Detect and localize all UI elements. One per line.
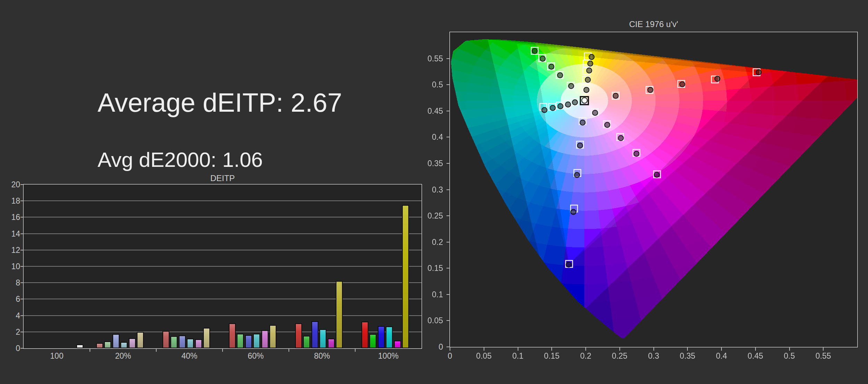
cie-x-tick-label: 0.4 (706, 351, 737, 361)
deitp-bar-magenta (394, 341, 401, 348)
cie-x-tick (653, 348, 654, 351)
deitp-chart-title: DEITP (24, 173, 422, 183)
cie-x-tick-label: 0.5 (774, 351, 805, 361)
deitp-bar-blue (112, 334, 119, 348)
deitp-bar-blue (245, 335, 252, 348)
deitp-bar-red (229, 323, 236, 348)
cie-y-tick (446, 111, 449, 111)
deitp-bar-green (237, 334, 244, 348)
cie-y-tick-label: 0.3 (408, 185, 443, 195)
cie-x-tick (619, 348, 620, 351)
deitp-y-tick-label: 6 (3, 294, 20, 304)
cie-y-tick (446, 137, 449, 137)
deitp-x-tick-label: 20% (106, 351, 141, 361)
deitp-gridline (24, 282, 422, 283)
deitp-bar-magenta (261, 330, 268, 348)
deitp-y-tick-label: 14 (3, 229, 20, 239)
deitp-y-tick-label: 12 (3, 245, 20, 255)
cie-y-tick-label: 0.5 (408, 80, 443, 89)
deitp-bar-cyan (120, 342, 127, 348)
cie-y-tick (446, 58, 449, 59)
deitp-bar-blue (378, 326, 385, 348)
deitp-y-tick (20, 217, 23, 217)
cie-x-tick (450, 348, 450, 351)
deitp-bar-red (96, 343, 103, 348)
deitp-x-tick (222, 349, 223, 352)
cie-y-tick (446, 189, 449, 190)
cie-x-tick (551, 348, 552, 351)
cie-y-tick (446, 163, 449, 164)
deitp-plot (24, 185, 422, 348)
deitp-y-tick-label: 0 (3, 343, 20, 353)
deitp-y-tick-label: 16 (3, 212, 20, 222)
deitp-x-tick-label: 60% (239, 351, 273, 361)
deitp-y-tick (20, 282, 23, 283)
deitp-y-tick (20, 332, 23, 332)
deitp-bar-magenta (328, 339, 335, 348)
cie-y-tick-label: 0.25 (408, 211, 443, 221)
deitp-y-tick-label: 2 (3, 327, 20, 337)
deitp-bar-yellow (203, 328, 210, 348)
deitp-gridline (24, 233, 422, 234)
deitp-y-tick (20, 266, 23, 267)
average-deitp-text: Average dEITP: 2.67 (98, 89, 342, 117)
deitp-bar-green (104, 341, 111, 348)
cie-y-tick-label: 0.05 (408, 316, 443, 325)
deitp-bar-yellow (137, 332, 144, 348)
deitp-bar-cyan (253, 334, 260, 348)
deitp-bar-green (303, 336, 310, 348)
cie-x-tick (585, 348, 586, 351)
deitp-bar-red (361, 322, 368, 348)
cie-x-tick (721, 348, 722, 351)
deitp-bar-white (76, 344, 83, 348)
cie-x-tick-label: 0 (434, 351, 466, 361)
deitp-bar-red (162, 331, 169, 348)
cie-x-tick-label: 0.3 (638, 351, 669, 361)
deitp-bar-cyan (386, 326, 393, 348)
deitp-x-tick (355, 349, 356, 352)
deitp-y-tick-label: 8 (3, 278, 20, 288)
deitp-gridline (24, 250, 422, 250)
deitp-gridline (24, 299, 422, 299)
deitp-x-tick-label: 40% (172, 351, 207, 361)
deitp-y-tick (20, 233, 23, 234)
cie-y-tick (446, 215, 449, 216)
cie-y-tick (446, 268, 449, 268)
deitp-gridline (24, 266, 422, 267)
deitp-y-tick (20, 200, 23, 201)
deitp-bar-cyan (319, 329, 326, 348)
deitp-bar-blue (179, 335, 186, 348)
cie-x-tick (789, 348, 790, 351)
deitp-y-tick (20, 250, 23, 250)
cie-x-tick-label: 0.05 (468, 351, 500, 361)
average-de2000-text: Avg dE2000: 1.06 (98, 149, 263, 171)
deitp-y-tick-label: 18 (3, 196, 20, 206)
deitp-y-tick-label: 20 (3, 180, 20, 189)
deitp-bar-yellow (336, 281, 343, 348)
cie-y-tick-label: 0.55 (408, 54, 443, 63)
cie-x-tick-label: 0.35 (672, 351, 703, 361)
deitp-bar-magenta (195, 339, 202, 348)
deitp-bar-magenta (129, 338, 136, 348)
deitp-gridline (24, 200, 422, 201)
deitp-gridline (24, 315, 422, 316)
cie-x-tick (823, 348, 824, 351)
cie-x-tick-label: 0.2 (570, 351, 601, 361)
cie-x-tick-label: 0.1 (502, 351, 534, 361)
deitp-x-tick (289, 349, 289, 352)
calibration-report: Average dEITP: 2.67 Avg dE2000: 1.06 DEI… (0, 0, 868, 384)
cie-y-tick (446, 84, 449, 85)
cie-y-tick-label: 0.1 (408, 290, 443, 299)
cie-y-tick (446, 294, 449, 295)
cie-chart-title: CIE 1976 u'v' (450, 19, 857, 29)
cie-y-tick-label: 0 (408, 342, 443, 352)
cie-y-tick (446, 347, 449, 347)
deitp-bar-green (369, 334, 376, 348)
deitp-x-tick-label: 100 (40, 351, 74, 361)
deitp-y-tick (20, 184, 23, 185)
cie-diagram-canvas (450, 32, 857, 347)
cie-y-tick-label: 0.2 (408, 237, 443, 247)
cie-x-tick-label: 0.25 (604, 351, 635, 361)
deitp-y-tick (20, 315, 23, 316)
cie-x-tick-label: 0.45 (740, 351, 771, 361)
